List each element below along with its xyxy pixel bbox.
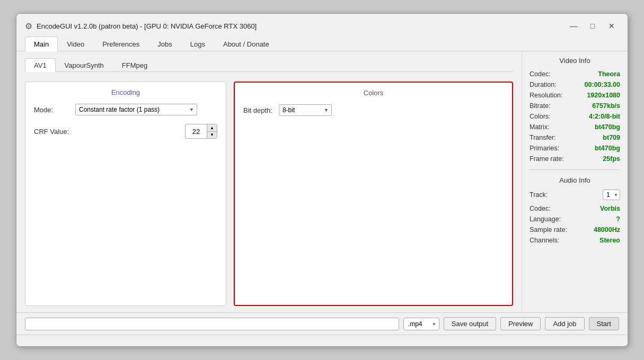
matrix-value: bt470bg bbox=[595, 123, 620, 131]
audio-row-channels: Channels: Stereo bbox=[530, 236, 620, 245]
audio-samplerate-key: Sample rate: bbox=[530, 226, 567, 233]
track-select-wrapper: 1 2 bbox=[603, 190, 620, 200]
track-select[interactable]: 1 2 bbox=[603, 190, 620, 200]
encoding-panel-title: Encoding bbox=[34, 88, 217, 96]
mode-select[interactable]: Constant rate factor (1 pass) 2 pass Tar… bbox=[75, 104, 197, 115]
status-bar bbox=[16, 335, 628, 346]
codec-value: Theora bbox=[598, 70, 620, 78]
tab-video[interactable]: Video bbox=[58, 37, 93, 51]
title-bar: ⚙ EncodeGUI v1.2.0b (patron beta) - [GPU… bbox=[16, 14, 628, 36]
bitrate-key: Bitrate: bbox=[530, 102, 551, 110]
sub-tab-vapoursynth[interactable]: VapourSynth bbox=[56, 58, 113, 72]
tab-main[interactable]: Main bbox=[25, 37, 58, 51]
info-row-bitrate: Bitrate: 6757kb/s bbox=[530, 102, 620, 110]
bit-depth-select-wrapper: 8-bit 10-bit 12-bit bbox=[279, 104, 332, 116]
crf-spinners: ▲ ▼ bbox=[207, 124, 217, 138]
duration-value: 00:00:33.00 bbox=[585, 81, 620, 88]
main-tab-bar: Main Video Preferences Jobs Logs About /… bbox=[16, 36, 628, 51]
audio-row-language: Language: ? bbox=[530, 215, 620, 223]
audio-samplerate-value: 48000Hz bbox=[594, 226, 620, 233]
crf-increment-button[interactable]: ▲ bbox=[207, 124, 217, 131]
crf-label: CRF Value: bbox=[34, 128, 69, 136]
resolution-key: Resolution: bbox=[530, 92, 563, 99]
audio-row-samplerate: Sample rate: 48000Hz bbox=[530, 226, 620, 234]
colors-panel: Colors Bit depth: 8-bit 10-bit 12-bit bbox=[234, 82, 513, 306]
crf-input[interactable] bbox=[186, 127, 207, 137]
tab-jobs[interactable]: Jobs bbox=[148, 37, 181, 51]
codec-key: Codec: bbox=[530, 70, 551, 78]
minimize-button[interactable]: — bbox=[566, 20, 581, 32]
audio-row-codec: Codec: Vorbis bbox=[530, 204, 620, 213]
colors-panel-title: Colors bbox=[243, 89, 504, 97]
audio-language-value: ? bbox=[616, 215, 620, 223]
tab-preferences[interactable]: Preferences bbox=[93, 37, 148, 51]
info-separator bbox=[530, 169, 620, 170]
audio-channels-value: Stereo bbox=[599, 237, 620, 244]
tab-logs[interactable]: Logs bbox=[181, 37, 214, 51]
info-row-resolution: Resolution: 1920x1080 bbox=[530, 91, 620, 100]
title-bar-left: ⚙ EncodeGUI v1.2.0b (patron beta) - [GPU… bbox=[25, 21, 257, 31]
main-window: ⚙ EncodeGUI v1.2.0b (patron beta) - [GPU… bbox=[16, 13, 628, 347]
right-panel: Video Info Codec: Theora Duration: 00:00… bbox=[522, 51, 628, 312]
mode-select-wrapper: Constant rate factor (1 pass) 2 pass Tar… bbox=[75, 104, 197, 115]
output-path-input[interactable] bbox=[25, 318, 399, 330]
duration-key: Duration: bbox=[530, 81, 557, 88]
video-info-title: Video Info bbox=[530, 57, 620, 65]
mode-label: Mode: bbox=[34, 106, 71, 114]
close-button[interactable]: ✕ bbox=[604, 20, 619, 32]
info-row-codec: Codec: Theora bbox=[530, 70, 620, 78]
tab-about[interactable]: About / Donate bbox=[214, 37, 278, 51]
info-row-colors: Colors: 4:2:0/8-bit bbox=[530, 112, 620, 121]
start-button[interactable]: Start bbox=[589, 317, 619, 330]
crf-row: CRF Value: ▲ ▼ bbox=[34, 124, 217, 139]
transfer-value: bt709 bbox=[603, 134, 620, 141]
transfer-key: Transfer: bbox=[530, 134, 556, 141]
extension-select[interactable]: .mp4 .mkv .webm .avi bbox=[403, 318, 439, 330]
preview-button[interactable]: Preview bbox=[500, 317, 541, 330]
info-row-duration: Duration: 00:00:33.00 bbox=[530, 80, 620, 89]
audio-channels-key: Channels: bbox=[530, 237, 559, 244]
window-title: EncodeGUI v1.2.0b (patron beta) - [GPU 0… bbox=[37, 22, 257, 30]
maximize-button[interactable]: □ bbox=[585, 20, 600, 32]
bitrate-value: 6757kb/s bbox=[592, 102, 620, 110]
audio-track-row: Track: 1 2 bbox=[530, 190, 620, 200]
window-controls: — □ ✕ bbox=[566, 20, 619, 32]
primaries-value: bt470bg bbox=[595, 145, 620, 152]
framerate-key: Frame rate: bbox=[530, 155, 564, 163]
bit-depth-row: Bit depth: 8-bit 10-bit 12-bit bbox=[243, 104, 504, 116]
add-job-button[interactable]: Add job bbox=[545, 317, 584, 330]
encoding-panel: Encoding Mode: Constant rate factor (1 p… bbox=[25, 82, 226, 306]
primaries-key: Primaries: bbox=[530, 145, 559, 152]
audio-info-title: Audio Info bbox=[530, 176, 620, 184]
framerate-value: 25fps bbox=[603, 155, 620, 163]
info-row-transfer: Transfer: bt709 bbox=[530, 133, 620, 142]
main-panel: AV1 VapourSynth FFMpeg Encoding Mode: Co… bbox=[16, 51, 522, 312]
info-row-primaries: Primaries: bt470bg bbox=[530, 144, 620, 152]
mode-row: Mode: Constant rate factor (1 pass) 2 pa… bbox=[34, 104, 217, 115]
info-row-matrix: Matrix: bt470bg bbox=[530, 123, 620, 131]
sub-tab-bar: AV1 VapourSynth FFMpeg bbox=[25, 58, 513, 72]
crf-decrement-button[interactable]: ▼ bbox=[207, 131, 217, 138]
bit-depth-select[interactable]: 8-bit 10-bit 12-bit bbox=[279, 104, 332, 116]
resolution-value: 1920x1080 bbox=[587, 92, 620, 99]
colors-value: 4:2:0/8-bit bbox=[589, 113, 620, 120]
app-icon: ⚙ bbox=[25, 21, 32, 31]
matrix-key: Matrix: bbox=[530, 123, 550, 131]
panels-row: Encoding Mode: Constant rate factor (1 p… bbox=[25, 82, 513, 306]
audio-codec-key: Codec: bbox=[530, 205, 551, 212]
bit-depth-label: Bit depth: bbox=[243, 106, 272, 114]
crf-input-wrap: ▲ ▼ bbox=[185, 124, 217, 139]
sub-tab-av1[interactable]: AV1 bbox=[25, 58, 56, 72]
sub-tab-ffmpeg[interactable]: FFMpeg bbox=[113, 58, 156, 72]
bottom-bar: .mp4 .mkv .webm .avi Save output Preview… bbox=[16, 312, 628, 335]
save-output-button[interactable]: Save output bbox=[444, 317, 496, 330]
colors-key: Colors: bbox=[530, 113, 551, 120]
audio-language-key: Language: bbox=[530, 215, 561, 223]
content-area: AV1 VapourSynth FFMpeg Encoding Mode: Co… bbox=[16, 51, 628, 312]
info-row-framerate: Frame rate: 25fps bbox=[530, 155, 620, 163]
extension-select-wrapper: .mp4 .mkv .webm .avi bbox=[403, 318, 439, 330]
audio-codec-value: Vorbis bbox=[600, 205, 620, 212]
track-label: Track: bbox=[530, 191, 548, 199]
